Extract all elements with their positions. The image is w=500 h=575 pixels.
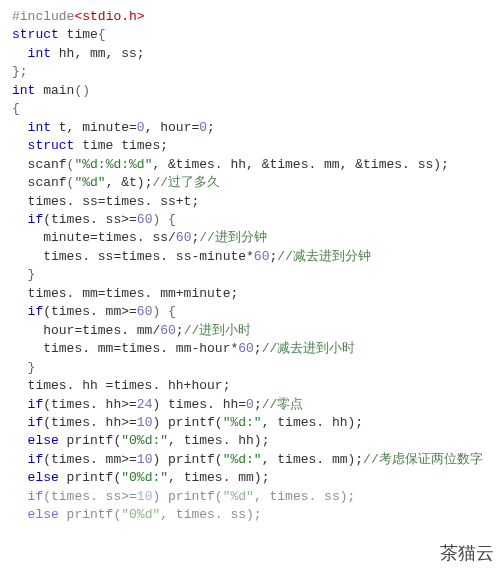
code-line: if(times. hh>=10) printf("%d:", times. h… — [12, 414, 488, 432]
code-line: } — [12, 359, 488, 377]
num-literal: 24 — [137, 397, 153, 412]
comment: //过了多久 — [152, 175, 220, 190]
brace-open: { — [12, 101, 20, 116]
comment: //进到分钟 — [199, 230, 267, 245]
code-line: #include<stdio.h> — [12, 8, 488, 26]
kw-int: int — [12, 83, 35, 98]
var-decl: hh, mm, ss; — [51, 46, 145, 61]
kw-if: if — [28, 212, 44, 227]
code-line: times. ss=times. ss+t; — [12, 193, 488, 211]
preproc-hash: # — [12, 9, 20, 24]
brace-open: { — [98, 27, 106, 42]
comment: //零点 — [262, 397, 304, 412]
preproc-header: <stdio.h> — [74, 9, 144, 24]
num-literal: 60 — [137, 212, 153, 227]
str-literal: "%d:" — [223, 452, 262, 467]
code-line: struct time times; — [12, 137, 488, 155]
num-literal: 60 — [160, 323, 176, 338]
num-literal: 10 — [137, 489, 153, 504]
kw-if: if — [28, 452, 44, 467]
code-line: struct time{ — [12, 26, 488, 44]
code-line: scanf("%d", &t);//过了多久 — [12, 174, 488, 192]
code-line: }; — [12, 63, 488, 81]
code-line: scanf("%d:%d:%d", &times. hh, &times. mm… — [12, 156, 488, 174]
code-line: if(times. ss>=60) { — [12, 211, 488, 229]
kw-int: int — [28, 120, 51, 135]
comment: //减去进到分钟 — [277, 249, 371, 264]
kw-struct: struct — [12, 27, 59, 42]
fn-scanf: scanf — [28, 157, 67, 172]
comment: //考虑保证两位数字 — [363, 452, 483, 467]
code-line: times. mm=times. mm-hour*60;//减去进到小时 — [12, 340, 488, 358]
num-literal: 10 — [137, 415, 153, 430]
str-literal: "%d" — [223, 489, 254, 504]
str-literal: "%d:%d:%d" — [74, 157, 152, 172]
str-literal: "%d" — [74, 175, 105, 190]
kw-if: if — [28, 415, 44, 430]
code-line: else printf("0%d:", times. hh); — [12, 432, 488, 450]
kw-if: if — [28, 304, 44, 319]
code-line: minute=times. ss/60;//进到分钟 — [12, 229, 488, 247]
watermark: 茶猫云 — [440, 541, 494, 567]
brace-close: } — [28, 267, 36, 282]
preproc-include: include — [20, 9, 75, 24]
kw-else: else — [28, 433, 59, 448]
code-line: { — [12, 100, 488, 118]
brace-close: }; — [12, 64, 28, 79]
num-literal: 60 — [254, 249, 270, 264]
code-line: int main() — [12, 82, 488, 100]
kw-if: if — [28, 489, 44, 504]
code-line: int hh, mm, ss; — [12, 45, 488, 63]
str-literal: "0%d:" — [121, 470, 168, 485]
kw-int: int — [28, 46, 51, 61]
code-line: else printf("0%d:", times. mm); — [12, 469, 488, 487]
paren: () — [74, 83, 90, 98]
kw-struct: struct — [28, 138, 75, 153]
str-literal: "0%d:" — [121, 433, 168, 448]
code-line: if(times. ss>=10) printf("%d", times. ss… — [12, 488, 488, 506]
comment: //进到小时 — [184, 323, 252, 338]
struct-name: time — [59, 27, 98, 42]
code-line: if(times. hh>=24) times. hh=0;//零点 — [12, 396, 488, 414]
num-literal: 0 — [199, 120, 207, 135]
code-line: times. ss=times. ss-minute*60;//减去进到分钟 — [12, 248, 488, 266]
kw-else: else — [28, 507, 59, 522]
num-literal: 60 — [176, 230, 192, 245]
num-literal: 60 — [238, 341, 254, 356]
fn-scanf: scanf — [28, 175, 67, 190]
code-line: int t, minute=0, hour=0; — [12, 119, 488, 137]
code-line: if(times. mm>=10) printf("%d:", times. m… — [12, 451, 488, 469]
str-literal: "0%d" — [121, 507, 160, 522]
num-literal: 0 — [246, 397, 254, 412]
str-literal: "%d:" — [223, 415, 262, 430]
code-line: if(times. mm>=60) { — [12, 303, 488, 321]
comment: //减去进到小时 — [262, 341, 356, 356]
kw-else: else — [28, 470, 59, 485]
code-line: hour=times. mm/60;//进到小时 — [12, 322, 488, 340]
code-line: times. mm=times. mm+minute; — [12, 285, 488, 303]
num-literal: 10 — [137, 452, 153, 467]
code-line: times. hh =times. hh+hour; — [12, 377, 488, 395]
num-literal: 0 — [137, 120, 145, 135]
kw-if: if — [28, 397, 44, 412]
brace-close: } — [28, 360, 36, 375]
code-line: else printf("0%d", times. ss); — [12, 506, 488, 524]
fn-main: main — [35, 83, 74, 98]
num-literal: 60 — [137, 304, 153, 319]
code-line: } — [12, 266, 488, 284]
